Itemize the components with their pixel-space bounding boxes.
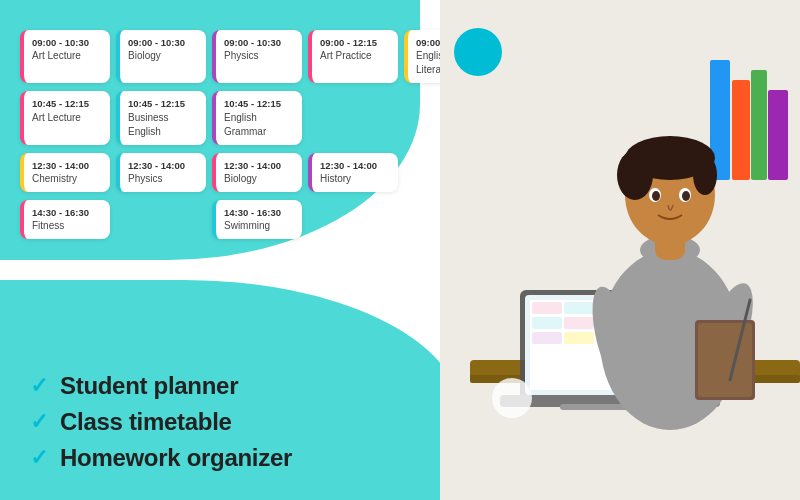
card-time: 10:45 - 12:15 [32, 97, 102, 110]
card-art-practice[interactable]: 09:00 - 12:15 Art Practice [308, 30, 398, 83]
features-area: ✓ Student planner ✓ Class timetable ✓ Ho… [30, 372, 292, 480]
card-time: 12:30 - 14:00 [32, 159, 102, 172]
card-history[interactable]: 12:30 - 14:00 History [308, 153, 398, 192]
card-time: 12:30 - 14:00 [224, 159, 294, 172]
card-subject: Fitness [32, 219, 102, 233]
card-time: 14:30 - 16:30 [224, 206, 294, 219]
svg-rect-12 [564, 302, 594, 314]
decorative-circle-teal [454, 28, 502, 76]
timetable-row-3: 12:30 - 14:00 Chemistry 12:30 - 14:00 Ph… [20, 153, 440, 192]
svg-rect-20 [564, 332, 594, 344]
card-time: 12:30 - 14:00 [320, 159, 390, 172]
card-empty-4 [116, 200, 206, 239]
svg-rect-19 [532, 332, 562, 344]
card-subject: Biology [224, 172, 294, 186]
card-swimming[interactable]: 14:30 - 16:30 Swimming [212, 200, 302, 239]
card-time: 10:45 - 12:15 [224, 97, 294, 110]
feature-homework-organizer: ✓ Homework organizer [30, 444, 292, 472]
card-chemistry[interactable]: 12:30 - 14:00 Chemistry [20, 153, 110, 192]
check-icon-3: ✓ [30, 447, 48, 469]
card-time: 12:30 - 14:00 [128, 159, 198, 172]
card-physics-1[interactable]: 09:00 - 10:30 Physics [212, 30, 302, 83]
svg-rect-11 [532, 302, 562, 314]
card-biology[interactable]: 09:00 - 10:30 Biology [116, 30, 206, 83]
card-subject: Physics [224, 49, 294, 63]
timetable-row-2: 10:45 - 12:15 Art Lecture 10:45 - 12:15 … [20, 91, 440, 144]
svg-point-34 [652, 191, 660, 201]
card-time: 09:00 - 10:30 [32, 36, 102, 49]
timetable-row-4: 14:30 - 16:30 Fitness 14:30 - 16:30 Swim… [20, 200, 440, 239]
feature-label-1: Student planner [60, 372, 238, 400]
svg-point-31 [693, 155, 717, 195]
card-time: 09:00 - 10:30 [224, 36, 294, 49]
card-time: 10:45 - 12:15 [128, 97, 198, 110]
card-fitness[interactable]: 14:30 - 16:30 Fitness [20, 200, 110, 239]
card-subject: Art Lecture [32, 49, 102, 63]
svg-point-35 [682, 191, 690, 201]
student-illustration [440, 0, 800, 500]
card-subject: Business English [128, 111, 198, 139]
card-subject: Swimming [224, 219, 294, 233]
check-icon-1: ✓ [30, 375, 48, 397]
card-subject: History [320, 172, 390, 186]
card-time: 09:00 - 10:30 [128, 36, 198, 49]
feature-label-3: Homework organizer [60, 444, 292, 472]
svg-rect-6 [751, 70, 767, 180]
card-biology-2[interactable]: 12:30 - 14:00 Biology [212, 153, 302, 192]
card-time: 09:00 - 12:15 [320, 36, 390, 49]
svg-rect-5 [732, 80, 750, 180]
timetable-row-1: 09:00 - 10:30 Art Lecture 09:00 - 10:30 … [20, 30, 440, 83]
card-empty-1 [308, 91, 398, 144]
svg-rect-1 [440, 0, 800, 500]
check-icon-2: ✓ [30, 411, 48, 433]
card-subject: Art Lecture [32, 111, 102, 125]
svg-point-30 [617, 150, 653, 200]
card-subject: Biology [128, 49, 198, 63]
card-subject: Art Practice [320, 49, 390, 63]
timetable-area: 09:00 - 10:30 Art Lecture 09:00 - 10:30 … [20, 30, 440, 247]
card-physics-2[interactable]: 12:30 - 14:00 Physics [116, 153, 206, 192]
card-business-english[interactable]: 10:45 - 12:15 Business English [116, 91, 206, 144]
card-art-lecture-1[interactable]: 09:00 - 10:30 Art Lecture [20, 30, 110, 83]
card-subject: Physics [128, 172, 198, 186]
card-subject: Chemistry [32, 172, 102, 186]
student-photo-area [440, 0, 800, 500]
svg-rect-7 [768, 90, 788, 180]
svg-rect-38 [698, 323, 752, 397]
feature-class-timetable: ✓ Class timetable [30, 408, 292, 436]
svg-rect-15 [532, 317, 562, 329]
svg-rect-16 [564, 317, 594, 329]
feature-student-planner: ✓ Student planner [30, 372, 292, 400]
card-subject: English Grammar [224, 111, 294, 139]
card-empty-5 [308, 200, 398, 239]
card-art-lecture-2[interactable]: 10:45 - 12:15 Art Lecture [20, 91, 110, 144]
feature-label-2: Class timetable [60, 408, 232, 436]
decorative-circle-white [492, 378, 532, 418]
card-english-grammar[interactable]: 10:45 - 12:15 English Grammar [212, 91, 302, 144]
card-time: 14:30 - 16:30 [32, 206, 102, 219]
